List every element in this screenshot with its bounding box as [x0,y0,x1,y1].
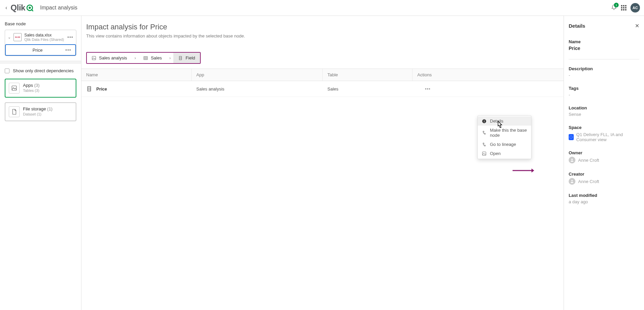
base-node-file-row[interactable]: ⌄ XLSX Sales data.xlsx Qlik Data Files (… [5,30,76,44]
breadcrumb-app[interactable]: Sales analysis [87,53,132,63]
base-node-file-name: Sales data.xlsx [24,33,64,37]
base-node-file-sub: Qlik Data Files (Shared) [24,37,64,42]
col-app[interactable]: App [192,69,323,81]
breadcrumb-table[interactable]: Sales [139,53,167,63]
svg-rect-4 [144,56,148,59]
field-row-icon [86,86,92,92]
svg-marker-11 [531,169,534,173]
details-panel: Details ✕ Name Price Description - Tags … [564,16,644,310]
base-node-more-button[interactable]: ••• [67,34,73,40]
col-name[interactable]: Name [81,69,192,81]
cell-actions: ••• [413,85,443,93]
selected-field-row[interactable]: Price ••• [5,44,76,56]
ctx-details[interactable]: Details [478,117,531,126]
ctx-make-base[interactable]: Make this the base node [478,126,531,140]
details-header: Details ✕ [569,23,639,29]
svg-rect-9 [482,152,486,155]
logo-text: Qlik [10,3,25,12]
apps-card-sub: Tables (3) [23,88,40,93]
detail-space: Space Q1 Delivery FLL, IA and Consumer v… [569,125,639,142]
info-icon [482,119,487,124]
apps-card-text: Apps (3) Tables (3) [23,83,40,94]
detail-name: Name Price [569,39,639,51]
page-title: Impact analysis [40,5,77,11]
svg-point-13 [571,159,573,160]
sidebar-filters: Show only direct dependencies Apps (3) T… [0,63,81,131]
row-more-button[interactable]: ••• [425,86,431,92]
row-context-menu: Details Make this the base node Go to li… [477,115,531,159]
breadcrumb-field[interactable]: Field [173,53,200,63]
storage-card-sub: Dataset (1) [23,112,52,116]
detail-location: Location Sense [569,105,639,117]
base-node-icon [482,130,487,135]
col-table[interactable]: Table [323,69,413,81]
analysis-icon [92,56,96,60]
svg-point-12 [570,136,572,138]
main-content: Impact analysis for Price This view cont… [81,16,564,310]
table-row[interactable]: Price Sales analysis Sales ••• [81,81,564,97]
annotation-arrow [513,168,534,173]
svg-rect-2 [12,86,17,91]
breadcrumb-chevron-icon: › [132,55,139,60]
table-icon [143,56,148,60]
svg-point-14 [571,180,573,181]
col-actions: Actions [413,69,443,81]
svg-rect-3 [92,56,96,60]
storage-card-text: File storage (1) Dataset (1) [23,106,52,117]
notification-badge: 1 [614,3,619,7]
logo[interactable]: Qlik [10,3,33,12]
detail-modified: Last modified a day ago [569,193,639,204]
open-icon [482,151,487,156]
left-sidebar: Base node ⌄ XLSX Sales data.xlsx Qlik Da… [0,16,81,310]
ctx-lineage[interactable]: Go to lineage [478,140,531,149]
base-node-card: ⌄ XLSX Sales data.xlsx Qlik Data Files (… [5,30,76,56]
ctx-open[interactable]: Open [478,149,531,158]
cell-table: Sales [323,85,413,93]
apps-icon [9,83,20,94]
filter-card-apps[interactable]: Apps (3) Tables (3) [5,79,76,98]
divider [569,59,639,59]
app-launcher-button[interactable] [621,5,626,10]
breadcrumb-chevron-icon: › [167,55,173,60]
table-header: Name App Table Actions [81,69,564,81]
person-icon [569,157,575,163]
filter-card-storage[interactable]: File storage (1) Dataset (1) [5,102,76,121]
notifications-button[interactable]: 1 [611,4,617,11]
main-title: Impact analysis for Price [86,23,559,33]
details-close-button[interactable]: ✕ [635,23,639,29]
base-node-file-info: Sales data.xlsx Qlik Data Files (Shared) [24,33,64,42]
file-storage-icon [9,106,20,117]
top-header: ‹ Qlik Impact analysis 1 AC [0,0,644,16]
impact-table: Name App Table Actions Price Sales analy… [81,69,564,97]
direct-deps-label: Show only direct dependencies [13,68,74,73]
sidebar-divider [0,61,81,63]
checkbox-icon [5,69,9,73]
back-button[interactable]: ‹ [4,5,8,11]
xlsx-file-icon: XLSX [14,33,22,41]
apps-card-title: Apps (3) [23,83,40,88]
cell-app: Sales analysis [192,85,323,93]
space-icon [569,134,574,140]
svg-point-1 [28,7,30,9]
person-icon [569,178,575,185]
body-layout: Base node ⌄ XLSX Sales data.xlsx Qlik Da… [0,16,644,310]
svg-point-8 [484,120,484,120]
base-node-label: Base node [5,21,76,26]
storage-card-title: File storage (1) [23,106,52,111]
user-avatar[interactable]: AC [630,3,640,12]
direct-deps-checkbox[interactable]: Show only direct dependencies [5,68,76,73]
logo-swirl-icon [26,4,33,11]
lineage-icon [482,142,487,147]
detail-owner: Owner Anne Croft [569,150,639,163]
detail-tags: Tags - [569,86,639,97]
detail-description: Description - [569,66,639,78]
detail-creator: Creator Anne Croft [569,172,639,185]
field-icon [178,56,183,60]
main-subtitle: This view contains information about obj… [86,33,559,38]
selected-field-more-button[interactable]: ••• [65,47,71,53]
base-node-section: Base node ⌄ XLSX Sales data.xlsx Qlik Da… [0,16,81,61]
cell-name: Price [81,84,192,93]
expand-chevron-icon[interactable]: ⌄ [8,35,11,40]
details-title: Details [569,23,585,29]
selected-field-name: Price [10,48,65,53]
